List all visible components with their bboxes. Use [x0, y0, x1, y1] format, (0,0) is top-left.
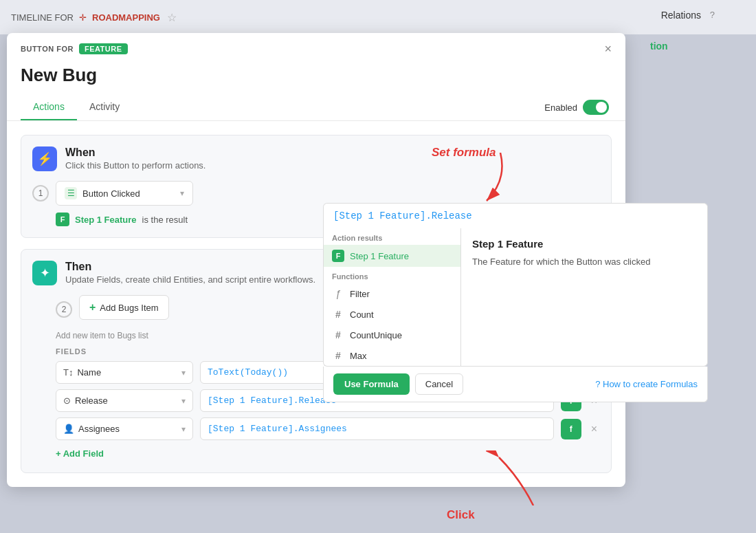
bg-header: TIMELINE FOR ✛ ROADMAPPING ☆ Relations ?	[0, 0, 756, 34]
then-text: Then Update Fields, create child Entitie…	[65, 261, 315, 285]
how-formula-link[interactable]: ? How to create Formulas	[595, 379, 698, 389]
add-bugs-icon: +	[89, 301, 96, 314]
formula-detail: Step 1 Feature The Feature for which the…	[460, 228, 708, 367]
add-field-button[interactable]: + Add Field	[56, 446, 104, 461]
modal-tabs: Actions Activity Enabled	[21, 94, 612, 120]
field-name-icon: T↕	[63, 367, 73, 378]
chevron-release-icon: ▾	[181, 396, 186, 406]
field-assignees-icon: 👤	[63, 424, 74, 434]
modal-top-bar: BUTTON FOR FEATURE ×	[21, 43, 612, 55]
use-formula-button[interactable]: Use Formula	[333, 373, 410, 395]
feature-badge: FEATURE	[79, 43, 128, 54]
timeline-label: TIMELINE FOR ✛ ROADMAPPING ☆	[11, 11, 177, 24]
formula-dropdown-container: Action results F Step 1 Feature Function…	[323, 228, 708, 367]
step-2-number: 2	[56, 301, 72, 318]
tabs-left: Actions Activity	[21, 94, 132, 120]
formula-overlay: [Step 1 Feature].Release Action results …	[323, 203, 708, 402]
count-item[interactable]: # Count	[324, 304, 460, 325]
result-f-badge: F	[56, 213, 69, 226]
right-panel-link[interactable]: tion	[650, 41, 668, 52]
count-hash-icon: #	[332, 309, 344, 320]
button-for-label: BUTTON FOR FEATURE	[21, 43, 128, 54]
when-icon: ⚡	[32, 146, 57, 171]
add-bugs-button[interactable]: + Add Bugs Item	[79, 295, 169, 320]
when-text: When Click this Button to perform action…	[65, 146, 205, 171]
cancel-formula-button[interactable]: Cancel	[415, 373, 463, 395]
close-button[interactable]: ×	[604, 43, 612, 55]
relations-help: ?	[710, 10, 715, 20]
field-row-assignees: 👤 Assignees ▾ [Step 1 Feature].Assignees…	[56, 417, 600, 440]
formula-list: Action results F Step 1 Feature Function…	[323, 228, 460, 367]
chevron-name-icon: ▾	[181, 368, 186, 378]
relations-label: Relations	[661, 10, 701, 21]
countunique-hash-icon: #	[332, 329, 344, 340]
field-name-select[interactable]: T↕ Name ▾	[56, 361, 193, 384]
enabled-toggle: Enabled	[544, 100, 609, 115]
countunique-item[interactable]: # CountUnique	[324, 325, 460, 345]
click-label: Click	[447, 508, 475, 521]
field-assignees-select[interactable]: 👤 Assignees ▾	[56, 417, 193, 440]
field-assignees-value[interactable]: [Step 1 Feature].Assignees	[200, 417, 554, 440]
chevron-icon: ▾	[180, 188, 184, 198]
button-clicked-select[interactable]: ☰ Button Clicked ▾	[56, 181, 193, 206]
step-1-row: 1 ☰ Button Clicked ▾	[32, 181, 600, 206]
formula-actions: Use Formula Cancel ? How to create Formu…	[323, 367, 708, 402]
right-panel: tion	[639, 33, 756, 59]
modal-title-input[interactable]	[21, 62, 612, 94]
filter-item[interactable]: ƒ Filter	[324, 283, 460, 304]
filter-icon: ƒ	[332, 288, 344, 299]
formula-detail-title: Step 1 Feature	[472, 238, 696, 250]
click-annotation: Click	[447, 508, 475, 522]
button-clicked-icon: ☰	[65, 187, 77, 199]
max-item[interactable]: # Max	[324, 345, 460, 366]
modal-header: BUTTON FOR FEATURE × Actions Activity En…	[7, 33, 625, 121]
assignees-remove-button[interactable]: ×	[588, 420, 600, 438]
step-1-number: 1	[32, 185, 49, 202]
assignees-formula-button[interactable]: f	[561, 419, 581, 439]
tab-activity[interactable]: Activity	[77, 94, 132, 120]
chevron-assignees-icon: ▾	[181, 424, 186, 434]
tab-actions[interactable]: Actions	[21, 94, 77, 120]
formula-btn-group: Use Formula Cancel	[333, 373, 463, 395]
field-release-icon: ⊙	[63, 395, 71, 406]
then-icon: ✦	[32, 261, 57, 285]
functions-label: Functions	[324, 267, 460, 283]
when-section-header: ⚡ When Click this Button to perform acti…	[32, 146, 600, 171]
step1-f-icon: F	[332, 250, 344, 262]
action-results-label: Action results	[324, 228, 460, 245]
max-hash-icon: #	[332, 350, 344, 361]
step1-feature-item[interactable]: F Step 1 Feature	[324, 245, 460, 267]
formula-detail-desc: The Feature for which the Button was cli…	[472, 255, 696, 269]
formula-editor[interactable]: [Step 1 Feature].Release	[323, 203, 708, 228]
field-release-select[interactable]: ⊙ Release ▾	[56, 389, 193, 412]
enabled-toggle-switch[interactable]	[583, 100, 609, 115]
